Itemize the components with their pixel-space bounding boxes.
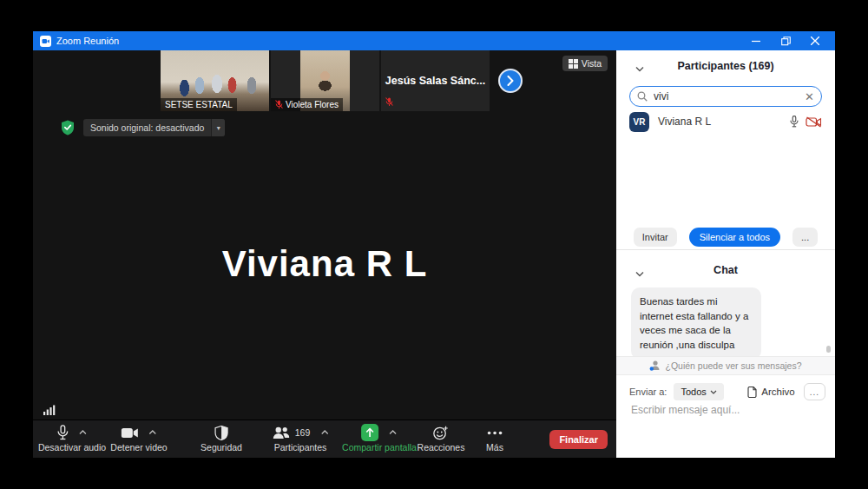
video-thumbnail-violeta[interactable]: Violeta Flores (271, 50, 379, 111)
chat-more-button[interactable]: ... (804, 383, 825, 400)
video-thumbnail-setse[interactable]: SETSE ESTATAL (161, 50, 269, 111)
reactions-button[interactable]: Reacciones (418, 424, 465, 453)
participants-title: Participantes (169) (677, 60, 773, 72)
participant-name: Viviana R L (658, 116, 790, 128)
view-button[interactable]: Vista (562, 56, 608, 71)
shield-icon (214, 426, 228, 440)
participants-button[interactable]: 169 Participantes (273, 424, 329, 453)
section-divider (616, 249, 835, 250)
collapse-chat-chevron[interactable] (635, 265, 644, 281)
window-controls (741, 31, 830, 50)
security-shield-icon (61, 120, 75, 135)
participants-icon (273, 426, 290, 439)
participant-video-off-icon (806, 116, 822, 128)
participant-row[interactable]: VR Viviana R L (629, 111, 822, 132)
screenshot-stage: Zoom Reunión (0, 0, 868, 489)
thumbnail-name-text: Jesús Salas Sánc... (381, 50, 490, 111)
more-label: Más (486, 442, 503, 453)
chat-privacy-bar[interactable]: ¿Quién puede ver sus mensajes? (616, 356, 835, 375)
more-ellipsis-icon (487, 431, 503, 435)
share-screen-icon (361, 424, 378, 441)
video-camera-icon (122, 427, 139, 439)
mute-all-button[interactable]: Silenciar a todos (689, 228, 780, 247)
chevron-down-icon[interactable]: ▾ (211, 119, 225, 136)
chat-message: Buenas tardes mi internet esta fallando … (631, 287, 761, 360)
invite-button[interactable]: Invitar (634, 228, 677, 247)
participant-avatar: VR (629, 112, 649, 132)
thumbnail-name-label: SETSE ESTATAL (161, 98, 237, 111)
side-panel: Participantes (169) ✕ VR Viviana R L (616, 50, 835, 458)
restore-button[interactable] (771, 31, 800, 50)
zoom-window: Zoom Reunión (33, 31, 835, 458)
audio-options-chevron[interactable] (79, 430, 87, 435)
close-icon (811, 36, 819, 45)
chat-send-row: Enviar a: Todos Archivo ... (629, 382, 825, 401)
mute-audio-button[interactable]: Desactivar audio (38, 424, 106, 453)
participants-label: Participantes (274, 442, 327, 453)
thumbnail-name-label: Violeta Flores (271, 98, 343, 111)
send-to-select[interactable]: Todos (674, 383, 723, 400)
stop-video-button[interactable]: Detener video (110, 424, 167, 453)
chevron-right-icon (507, 76, 514, 86)
microphone-icon (57, 425, 69, 440)
active-speaker-name: Viviana R L (33, 243, 616, 285)
share-options-chevron[interactable] (389, 430, 397, 435)
chat-title: Chat (713, 264, 738, 276)
thumbnail-name-text: Violeta Flores (286, 100, 339, 109)
file-label: Archivo (761, 387, 794, 397)
title-bar: Zoom Reunión (33, 31, 835, 50)
minimize-button[interactable] (741, 31, 771, 50)
thumbnail-strip: SETSE ESTATAL Violeta Flores Jesús Salas… (161, 50, 490, 111)
stop-video-label: Detener video (110, 442, 167, 453)
thumbnail-name-text: SETSE ESTATAL (165, 100, 233, 109)
search-icon (637, 91, 648, 102)
collapse-participants-chevron[interactable] (635, 60, 644, 76)
participant-search-box: ✕ (629, 86, 822, 107)
more-button[interactable]: Más (486, 424, 503, 453)
connection-signal-icon (43, 405, 56, 415)
reactions-smiley-icon (433, 426, 449, 440)
chat-header: Chat (616, 263, 835, 277)
send-to-label: Enviar a: (629, 387, 667, 397)
security-button[interactable]: Seguridad (201, 424, 242, 453)
next-videos-button[interactable] (498, 69, 523, 93)
participant-search-input[interactable] (652, 89, 805, 103)
video-options-chevron[interactable] (149, 430, 157, 435)
zoom-app-icon (40, 36, 51, 47)
view-label: Vista (582, 58, 602, 69)
file-attach-button[interactable]: Archivo (747, 387, 794, 398)
mute-audio-label: Desactivar audio (38, 442, 106, 453)
participants-options-chevron[interactable] (320, 430, 328, 435)
clear-search-icon[interactable]: ✕ (805, 91, 814, 102)
privacy-person-icon (649, 360, 661, 371)
video-area: SETSE ESTATAL Violeta Flores Jesús Salas… (33, 50, 616, 458)
participants-actions: Invitar Silenciar a todos ... (616, 228, 835, 247)
meeting-toolbar: Desactivar audio Detener video Se (33, 420, 616, 458)
reactions-label: Reacciones (418, 442, 465, 453)
window-title: Zoom Reunión (56, 36, 119, 46)
restore-icon (781, 36, 791, 46)
chat-scrollbar-thumb[interactable] (826, 346, 831, 353)
video-thumbnail-jesus[interactable]: Jesús Salas Sánc... (381, 50, 490, 111)
share-screen-button[interactable]: Compartir pantalla (342, 424, 417, 453)
chevron-down-icon (710, 390, 717, 394)
original-sound-row: Sonido original: desactivado ▾ (61, 119, 225, 136)
participants-header: Participantes (169) (616, 57, 835, 75)
muted-mic-icon (385, 97, 393, 107)
participants-more-button[interactable]: ... (792, 228, 818, 247)
original-sound-label: Sonido original: desactivado (83, 119, 211, 136)
minimize-icon (752, 36, 760, 45)
send-to-value: Todos (681, 387, 706, 397)
file-icon (747, 387, 757, 398)
participants-count: 169 (295, 427, 311, 438)
grid-view-icon (569, 59, 578, 69)
original-sound-button[interactable]: Sonido original: desactivado ▾ (83, 119, 225, 136)
security-label: Seguridad (201, 442, 242, 453)
participant-mic-icon (790, 116, 799, 128)
close-button[interactable] (800, 31, 830, 50)
chat-message-input[interactable] (629, 403, 820, 417)
privacy-text: ¿Quién puede ver sus mensajes? (665, 360, 801, 371)
end-meeting-button[interactable]: Finalizar (549, 430, 608, 449)
share-screen-label: Compartir pantalla (342, 442, 417, 453)
muted-mic-icon (275, 100, 283, 109)
